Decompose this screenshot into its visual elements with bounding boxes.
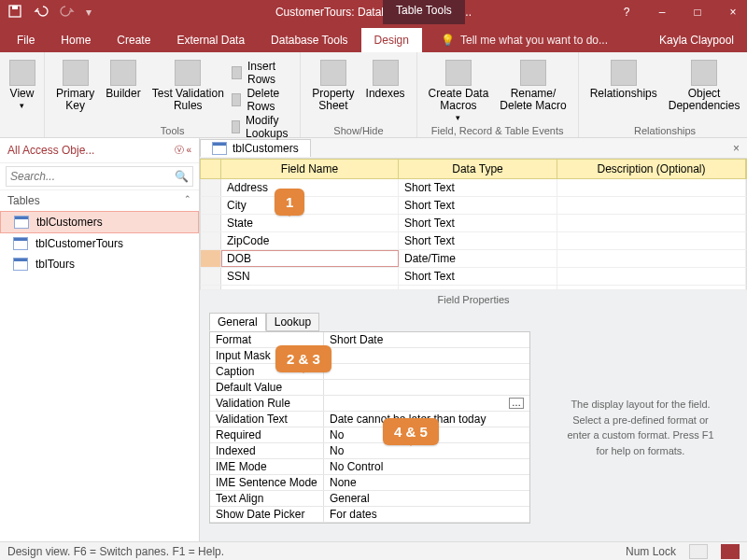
cell-data-type[interactable]: Short Text bbox=[399, 268, 557, 285]
cell-data-type[interactable]: Short Text bbox=[399, 197, 557, 214]
cell-description[interactable] bbox=[557, 250, 746, 267]
cell-field-name[interactable]: State bbox=[221, 215, 399, 231]
fp-key: Default Value bbox=[210, 380, 324, 395]
tab-file[interactable]: File bbox=[4, 28, 48, 52]
grid-row[interactable]: SSNShort Text bbox=[200, 268, 747, 286]
fp-value[interactable] bbox=[324, 364, 529, 379]
tab-create[interactable]: Create bbox=[104, 28, 163, 52]
delete-rows-button[interactable]: Delete Rows bbox=[232, 87, 292, 113]
row-selector-header[interactable] bbox=[201, 160, 221, 178]
cell-data-type[interactable]: Short Text bbox=[399, 232, 557, 249]
header-field-name[interactable]: Field Name bbox=[221, 160, 399, 178]
nav-item-tbltours[interactable]: tblTours bbox=[0, 254, 199, 274]
fp-row[interactable]: Input Mask bbox=[210, 348, 529, 364]
close-icon[interactable]: × bbox=[726, 6, 740, 19]
fp-value[interactable]: … bbox=[324, 396, 529, 411]
cell-field-name[interactable]: DOB bbox=[221, 250, 399, 267]
tab-database-tools[interactable]: Database Tools bbox=[258, 28, 361, 52]
insert-rows-button[interactable]: Insert Rows bbox=[232, 60, 292, 86]
fp-row[interactable]: Text AlignGeneral bbox=[210, 491, 529, 507]
fp-value[interactable] bbox=[324, 348, 529, 363]
help-icon[interactable]: ? bbox=[620, 6, 633, 19]
nav-group-tables[interactable]: Tables⌃ bbox=[0, 189, 199, 211]
fp-row[interactable]: IME Sentence ModeNone bbox=[210, 475, 529, 491]
fp-value[interactable]: General bbox=[324, 491, 529, 506]
fp-tab-lookup[interactable]: Lookup bbox=[266, 313, 319, 331]
fp-value[interactable]: No Control bbox=[324, 459, 529, 474]
cell-description[interactable] bbox=[557, 197, 746, 214]
indexes-button[interactable]: Indexes bbox=[362, 56, 409, 116]
lightbulb-icon: 💡 bbox=[441, 34, 455, 47]
redo-icon[interactable] bbox=[60, 4, 75, 21]
fp-key: IME Mode bbox=[210, 459, 324, 474]
cell-field-name[interactable]: ZipCode bbox=[221, 232, 399, 249]
row-selector[interactable] bbox=[201, 268, 221, 285]
tab-design[interactable]: Design bbox=[361, 28, 422, 52]
nav-item-tblcustomertours[interactable]: tblCustomerTours bbox=[0, 233, 199, 254]
relationships-button[interactable]: Relationships bbox=[586, 56, 661, 116]
nav-heading[interactable]: All Access Obje... bbox=[7, 144, 94, 157]
nav-item-tblcustomers[interactable]: tblCustomers bbox=[0, 211, 199, 233]
cell-description[interactable] bbox=[557, 268, 746, 285]
tab-external-data[interactable]: External Data bbox=[163, 28, 258, 52]
fp-value[interactable]: No bbox=[324, 443, 529, 458]
nav-search-input[interactable] bbox=[7, 167, 171, 186]
header-data-type[interactable]: Data Type bbox=[399, 160, 557, 178]
minimize-icon[interactable]: – bbox=[655, 6, 669, 19]
view-button[interactable]: View▾ bbox=[6, 56, 39, 115]
doc-tab-tblcustomers[interactable]: tblCustomers bbox=[200, 139, 311, 157]
grid-row[interactable]: StateShort Text bbox=[200, 215, 747, 232]
undo-icon[interactable] bbox=[34, 4, 49, 21]
object-dependencies-button[interactable]: Object Dependencies bbox=[665, 56, 744, 116]
tab-home[interactable]: Home bbox=[48, 28, 104, 52]
cell-field-name[interactable]: SSN bbox=[221, 268, 399, 285]
fp-row[interactable]: FormatShort Date bbox=[210, 332, 529, 348]
signed-in-user[interactable]: Kayla Claypool bbox=[650, 28, 743, 52]
grid-row[interactable]: DOBDate/Time bbox=[200, 250, 747, 268]
rename-delete-macro-button[interactable]: Rename/ Delete Macro bbox=[496, 56, 570, 127]
fp-key: Validation Rule bbox=[210, 396, 324, 411]
save-icon[interactable] bbox=[7, 4, 22, 21]
cell-field-name[interactable]: City bbox=[221, 197, 399, 214]
fp-value[interactable] bbox=[324, 380, 529, 395]
fp-row[interactable]: RequiredNo bbox=[210, 427, 529, 443]
fp-row[interactable]: IndexedNo bbox=[210, 443, 529, 459]
cell-data-type[interactable]: Short Text bbox=[399, 215, 557, 231]
design-view-button[interactable] bbox=[721, 544, 740, 559]
datasheet-view-button[interactable] bbox=[689, 544, 708, 559]
row-selector[interactable] bbox=[201, 179, 221, 196]
fp-row[interactable]: Validation TextDate cannot be later than… bbox=[210, 412, 529, 427]
cell-data-type[interactable]: Date/Time bbox=[399, 250, 557, 267]
fp-value[interactable]: For dates bbox=[324, 507, 529, 522]
cell-description[interactable] bbox=[557, 232, 746, 249]
row-selector[interactable] bbox=[201, 197, 221, 214]
cell-description[interactable] bbox=[557, 179, 746, 196]
property-sheet-button[interactable]: Property Sheet bbox=[308, 56, 358, 116]
status-bar: Design view. F6 = Switch panes. F1 = Hel… bbox=[0, 541, 747, 560]
create-data-macros-button[interactable]: Create Data Macros▾ bbox=[425, 56, 493, 127]
cell-description[interactable] bbox=[557, 215, 746, 231]
nav-dropdown-icon[interactable]: ⓥ « bbox=[175, 144, 191, 157]
fp-row[interactable]: Validation Rule… bbox=[210, 396, 529, 412]
fp-row[interactable]: IME ModeNo Control bbox=[210, 459, 529, 475]
fp-value[interactable]: Short Date bbox=[324, 332, 529, 347]
table-icon bbox=[212, 142, 227, 155]
row-selector[interactable] bbox=[201, 250, 221, 267]
row-selector[interactable] bbox=[201, 232, 221, 249]
header-description[interactable]: Description (Optional) bbox=[557, 160, 746, 178]
maximize-icon[interactable]: □ bbox=[691, 6, 704, 19]
cell-field-name[interactable]: Address bbox=[221, 179, 399, 196]
fp-row[interactable]: Default Value bbox=[210, 380, 529, 396]
nav-search[interactable]: 🔍 bbox=[6, 166, 193, 187]
grid-row[interactable]: ZipCodeShort Text bbox=[200, 232, 747, 250]
cell-data-type[interactable]: Short Text bbox=[399, 179, 557, 196]
fp-tab-general[interactable]: General bbox=[209, 313, 266, 331]
builder-launch-icon[interactable]: … bbox=[509, 398, 524, 409]
fp-row[interactable]: Show Date PickerFor dates bbox=[210, 507, 529, 523]
tell-me-search[interactable]: 💡Tell me what you want to do... bbox=[428, 28, 621, 52]
close-doc-icon[interactable]: × bbox=[726, 142, 747, 155]
fp-value[interactable]: None bbox=[324, 475, 529, 490]
search-icon[interactable]: 🔍 bbox=[171, 170, 192, 183]
fp-row[interactable]: Caption bbox=[210, 364, 529, 380]
row-selector[interactable] bbox=[201, 215, 221, 231]
